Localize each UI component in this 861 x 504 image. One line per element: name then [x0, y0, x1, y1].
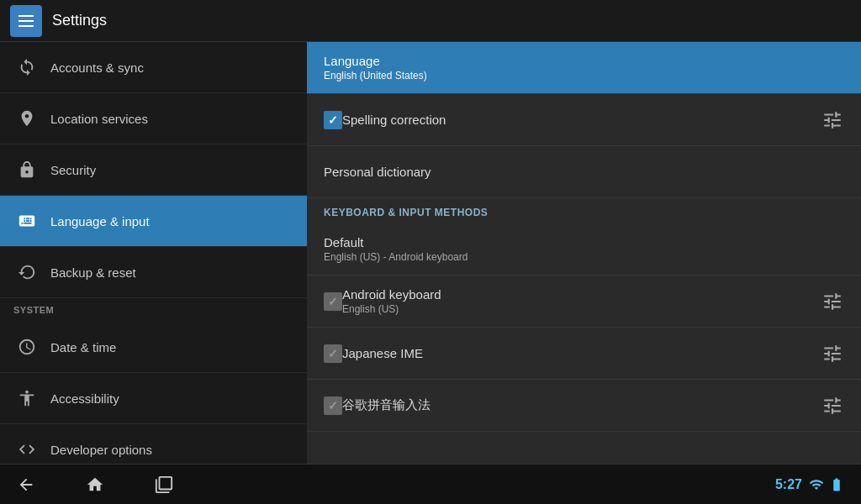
sidebar-item-accounts-sync[interactable]: Accounts & sync	[0, 42, 307, 93]
google-pinyin-title: 谷歌拼音输入法	[342, 397, 821, 413]
sidebar-item-security-label: Security	[50, 163, 96, 177]
android-keyboard-adjust-icon[interactable]	[821, 290, 844, 313]
clock-icon	[13, 333, 40, 360]
home-button[interactable]	[86, 475, 104, 494]
sidebar-item-language-input[interactable]: Language & input	[0, 196, 307, 247]
sidebar-item-backup-label: Backup & reset	[50, 265, 136, 280]
main-content: Accounts & sync Location services Securi…	[0, 42, 861, 464]
language-subtitle: English (United States)	[324, 70, 844, 81]
settings-item-default[interactable]: Default English (US) - Android keyboard	[307, 223, 861, 276]
google-pinyin-adjust-icon[interactable]	[821, 394, 844, 417]
settings-item-personal-dict[interactable]: Personal dictionary	[307, 146, 861, 198]
status-icons	[809, 477, 844, 492]
time-display: 5:27	[775, 477, 802, 492]
system-section-header: SYSTEM	[0, 298, 307, 322]
settings-item-spelling[interactable]: Spelling correction	[307, 94, 861, 146]
language-item-main: Language English (United States)	[324, 54, 844, 81]
location-icon	[13, 105, 40, 132]
sidebar-item-accessibility[interactable]: Accessibility	[0, 373, 307, 424]
sidebar-item-language-label: Language & input	[50, 214, 150, 228]
settings-item-japanese-ime[interactable]: Japanese IME	[307, 328, 861, 380]
sidebar: Accounts & sync Location services Securi…	[0, 42, 307, 464]
japanese-ime-title: Japanese IME	[342, 346, 821, 360]
spelling-adjust-icon[interactable]	[821, 108, 844, 132]
sidebar-item-accounts-sync-label: Accounts & sync	[50, 60, 144, 75]
google-pinyin-checkbox[interactable]	[324, 396, 342, 415]
android-keyboard-checkbox[interactable]	[324, 292, 342, 311]
japanese-ime-checkbox[interactable]	[324, 344, 342, 363]
sidebar-item-accessibility-label: Accessibility	[50, 391, 119, 406]
sync-icon	[13, 54, 40, 81]
sidebar-item-date-time-label: Date & time	[50, 340, 116, 354]
default-subtitle: English (US) - Android keyboard	[324, 251, 844, 263]
sidebar-item-location-services[interactable]: Location services	[0, 93, 307, 144]
back-button[interactable]	[17, 475, 35, 494]
settings-item-android-keyboard[interactable]: Android keyboard English (US)	[307, 276, 861, 328]
android-keyboard-title: Android keyboard	[342, 287, 821, 302]
default-title: Default	[324, 235, 844, 249]
google-pinyin-main: 谷歌拼音输入法	[342, 397, 821, 413]
language-title: Language	[324, 54, 844, 68]
keyboard-icon	[13, 207, 40, 234]
settings-item-google-pinyin[interactable]: 谷歌拼音输入法	[307, 380, 861, 432]
sidebar-item-developer-label: Developer options	[50, 443, 152, 457]
status-bar: 5:27	[775, 477, 844, 492]
spelling-item-main: Spelling correction	[342, 113, 821, 127]
personal-dict-title: Personal dictionary	[324, 165, 844, 179]
keyboard-section-label: KEYBOARD & INPUT METHODS	[307, 198, 861, 223]
page-title: Settings	[52, 12, 107, 29]
sidebar-item-date-time[interactable]: Date & time	[0, 322, 307, 373]
settings-item-language[interactable]: Language English (United States)	[307, 42, 861, 94]
wifi-icon	[809, 477, 824, 492]
reset-icon	[13, 259, 40, 286]
accessibility-icon	[13, 385, 40, 412]
code-icon	[13, 436, 40, 463]
sidebar-item-location-label: Location services	[50, 112, 148, 126]
settings-icon	[10, 5, 42, 37]
android-keyboard-main: Android keyboard English (US)	[342, 287, 821, 315]
sidebar-item-security[interactable]: Security	[0, 144, 307, 196]
japanese-ime-main: Japanese IME	[342, 346, 821, 360]
default-item-main: Default English (US) - Android keyboard	[324, 235, 844, 263]
recent-apps-button[interactable]	[155, 475, 173, 494]
nav-buttons	[17, 475, 173, 494]
sidebar-item-backup-reset[interactable]: Backup & reset	[0, 247, 307, 298]
spelling-checkbox[interactable]	[324, 111, 342, 129]
top-bar: Settings	[0, 0, 861, 42]
android-keyboard-subtitle: English (US)	[342, 303, 821, 315]
personal-dict-main: Personal dictionary	[324, 165, 844, 179]
spelling-title: Spelling correction	[342, 113, 821, 127]
right-panel: Language English (United States) Spellin…	[307, 42, 861, 464]
lock-icon	[13, 156, 40, 183]
japanese-ime-adjust-icon[interactable]	[821, 342, 844, 365]
battery-icon	[829, 477, 844, 492]
nav-bar: 5:27	[0, 464, 861, 504]
sidebar-item-developer-options[interactable]: Developer options	[0, 424, 307, 464]
